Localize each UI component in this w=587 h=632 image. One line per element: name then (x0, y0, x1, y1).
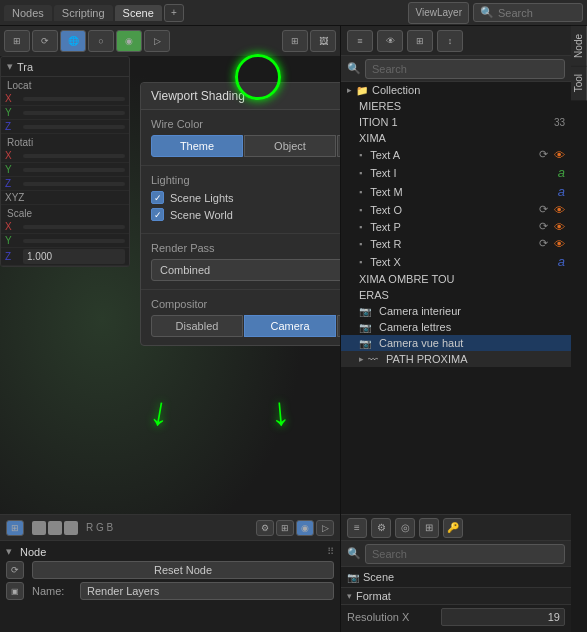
tree-item-xima[interactable]: XIMA (341, 130, 571, 146)
tree-item-text-r[interactable]: ▪ Text R ⟳ 👁 (341, 235, 571, 252)
tree-item-text-x[interactable]: ▪ Text X a (341, 252, 571, 271)
right-sort-icon[interactable]: ↕ (437, 30, 463, 52)
props-icon-4[interactable]: ⊞ (419, 518, 439, 538)
tree-item-text-m[interactable]: ▪ Text M a (341, 182, 571, 201)
top-search-box[interactable]: 🔍 Search (473, 3, 583, 22)
wire-random-btn[interactable]: Random (337, 135, 340, 157)
tree-item-camera-let[interactable]: 📷 Camera lettres (341, 319, 571, 335)
green-circle-highlight (235, 54, 281, 100)
vertical-tab-node[interactable]: Node (571, 26, 587, 66)
tab-nodes[interactable]: Nodes (4, 5, 52, 21)
tree-item-text-a[interactable]: ▪ Text A ⟳ 👁 (341, 146, 571, 163)
loc-y-field[interactable] (23, 111, 125, 115)
viewport-icon-4[interactable]: ○ (88, 30, 114, 52)
resolution-x-value[interactable]: 19 (441, 608, 565, 626)
viewport-icon-2[interactable]: ⟳ (32, 30, 58, 52)
reset-icon[interactable]: ⟳ (6, 561, 24, 579)
tree-item-ition[interactable]: ITION 1 33 (341, 114, 571, 130)
props-icon-5[interactable]: 🔑 (443, 518, 463, 538)
loc-z-field[interactable] (23, 125, 125, 129)
name-field[interactable]: Render Layers (80, 582, 334, 600)
color-icon-3[interactable] (64, 521, 78, 535)
tree-item-camera-vue[interactable]: 📷 Camera vue haut (341, 335, 571, 351)
rot-z-field[interactable] (23, 182, 125, 186)
reset-node-button[interactable]: Reset Node (32, 561, 334, 579)
props-icon-3[interactable]: ◎ (395, 518, 415, 538)
settings-icon[interactable]: ⚙ (256, 520, 274, 536)
tab-scene[interactable]: Scene (115, 5, 162, 21)
tree-item-eras[interactable]: ERAS (341, 287, 571, 303)
lighting-label: Lighting (151, 174, 340, 186)
tab-scripting[interactable]: Scripting (54, 5, 113, 21)
view-layer-icon[interactable]: ViewLayer (408, 2, 469, 24)
scale-z-field[interactable]: 1.000 (23, 249, 125, 264)
extra-icon[interactable]: ▷ (316, 520, 334, 536)
node-row: ▾ Node ⠿ (6, 545, 334, 558)
scale-x-field[interactable] (23, 225, 125, 229)
grid-icon[interactable]: ⊞ (276, 520, 294, 536)
props-search-input[interactable]: Search (365, 544, 565, 564)
camera-int-label: Camera interieur (379, 305, 565, 317)
viewport-shading-popup: Viewport Shading Wire Color Theme Object (140, 82, 340, 346)
mieres-label: MIERES (359, 100, 565, 112)
resolution-x-row: Resolution X 19 (341, 605, 571, 629)
render-pass-select-row: Combined ▼ (151, 259, 340, 281)
reset-row: ⟳ Reset Node (6, 561, 334, 579)
viewport-icon-r2[interactable]: 🖼 (310, 30, 336, 52)
scale-y-field[interactable] (23, 239, 125, 243)
wire-object-btn[interactable]: Object (244, 135, 336, 157)
color-icon-2[interactable] (48, 521, 62, 535)
viewport-icon-r1[interactable]: ⊞ (282, 30, 308, 52)
collection-icon: 📁 (356, 85, 368, 96)
right-select-icon[interactable]: ⊞ (407, 30, 433, 52)
rot-y-row: Y (1, 163, 129, 177)
scene-camera-icon: 📷 (347, 572, 359, 583)
tree-item-text-p[interactable]: ▪ Text P ⟳ 👁 (341, 218, 571, 235)
scene-row[interactable]: 📷 Scene (341, 567, 571, 588)
rot-z-row: Z (1, 177, 129, 191)
color-icon-1[interactable] (32, 521, 46, 535)
wire-theme-btn[interactable]: Theme (151, 135, 243, 157)
tree-item-collection[interactable]: ▸ 📁 Collection (341, 82, 571, 98)
viewport-icon-6[interactable]: ▷ (144, 30, 170, 52)
right-eye-icon[interactable]: 👁 (377, 30, 403, 52)
tree-item-mieres[interactable]: MIERES (341, 98, 571, 114)
compositor-always-btn[interactable]: Always (337, 315, 340, 337)
compositor-camera-btn[interactable]: Camera (244, 315, 336, 337)
right-props-search-bar: 🔍 Search (341, 541, 571, 567)
scale-label: Scale (1, 205, 129, 220)
tree-item-text-i[interactable]: ▪ Text I a (341, 163, 571, 182)
text-p-icon: ▪ (359, 222, 362, 232)
text-r-icon: ▪ (359, 239, 362, 249)
shader-icon[interactable]: ◉ (296, 520, 314, 536)
add-tab-button[interactable]: + (164, 4, 184, 22)
props-icon-1[interactable]: ≡ (347, 518, 367, 538)
props-icon-2[interactable]: ⚙ (371, 518, 391, 538)
tree-item-camera-int[interactable]: 📷 Camera interieur (341, 303, 571, 319)
scene-lights-checkbox[interactable]: ✓ (151, 191, 164, 204)
rot-y-field[interactable] (23, 168, 125, 172)
node-title-label: Node (20, 546, 46, 558)
collection-search-input[interactable]: Search (365, 59, 565, 79)
text-o-eye-icon: 👁 (554, 204, 565, 216)
backdrop-icon[interactable]: ⊞ (6, 520, 24, 536)
scene-world-row: ✓ Scene World (151, 208, 340, 221)
scene-world-checkbox[interactable]: ✓ (151, 208, 164, 221)
transform-panel: ▾ Tra Locat X Y Z (0, 56, 130, 267)
right-filter-icon[interactable]: ≡ (347, 30, 373, 52)
camera-let-label: Camera lettres (379, 321, 565, 333)
camera-vue-icon: 📷 (359, 338, 371, 349)
text-i-icon: ▪ (359, 168, 362, 178)
tree-item-path[interactable]: ▸ 〰 PATH PROXIMA (341, 351, 571, 367)
viewport-icon-5[interactable]: ◉ (116, 30, 142, 52)
tree-item-text-o[interactable]: ▪ Text O ⟳ 👁 (341, 201, 571, 218)
vertical-tab-tool[interactable]: Tool (571, 66, 587, 100)
render-pass-select[interactable]: Combined ▼ (151, 259, 340, 281)
tree-item-xima-ombre[interactable]: XIMA OMBRE TOU (341, 271, 571, 287)
viewport-icon-1[interactable]: ⊞ (4, 30, 30, 52)
rx-axis-label: X (5, 150, 23, 161)
compositor-disabled-btn[interactable]: Disabled (151, 315, 243, 337)
rot-x-field[interactable] (23, 154, 125, 158)
viewport-icon-3[interactable]: 🌐 (60, 30, 86, 52)
loc-x-field[interactable] (23, 97, 125, 101)
